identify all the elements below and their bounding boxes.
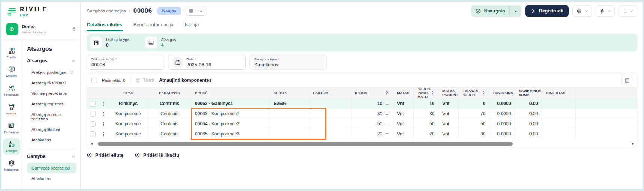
rail-item-atsargos[interactable]: Atsargos bbox=[3, 138, 20, 155]
sidebar-item-gamyba-ataskaitos[interactable]: Ataskaitos bbox=[27, 173, 76, 184]
row-select-cell bbox=[87, 99, 98, 108]
column-label: SERIJA bbox=[274, 91, 287, 95]
summary-value[interactable]: 4 bbox=[161, 42, 176, 48]
cell-value: 00063 - Komponentė1 bbox=[195, 111, 240, 116]
rail-item-personalas[interactable]: Personalas bbox=[3, 82, 20, 98]
table-row: ⋮KomponentėCentrinis00065 - Komponentė32… bbox=[87, 129, 637, 139]
cell-matas-pagrindinis: Vnt bbox=[439, 119, 459, 129]
field-dokumento-nr[interactable]: Dokumento Nr.*00006 bbox=[87, 55, 164, 70]
sidebar-item-label: Ataskaitos bbox=[31, 138, 51, 142]
sidebar-item-ataskaitos[interactable]: Ataskaitos bbox=[27, 135, 76, 145]
rail-item-nustatymai[interactable]: Nustatymai bbox=[3, 157, 20, 173]
cell-value: Vnt bbox=[442, 121, 449, 126]
color-status-dropdown[interactable]: - bbox=[186, 6, 207, 16]
lightning-icon bbox=[599, 8, 605, 14]
cell-tipas: Rinkinys bbox=[109, 99, 148, 108]
row-menu-button[interactable]: ⋮ bbox=[98, 109, 109, 119]
cell-value: 20 bbox=[377, 131, 382, 137]
user-name: Demo bbox=[22, 24, 46, 29]
sum-icon[interactable]: Σ bbox=[482, 90, 485, 96]
plus-circle-icon bbox=[135, 152, 140, 158]
cell-partija bbox=[309, 129, 351, 139]
sidebar-item-atsargu-tikslinimai[interactable]: Atsargų tikslinimai bbox=[27, 78, 76, 88]
register-button[interactable]: Registruoti bbox=[525, 5, 569, 17]
column-label: SAVIKAINA bbox=[493, 91, 513, 95]
section-header-atsargos[interactable]: Atsargos bbox=[27, 58, 76, 63]
column-label: MATAS PAGRINDINIS bbox=[442, 89, 459, 97]
sidebar-item-prekes-paslaugos[interactable]: Prekės, paslaugos bbox=[27, 67, 76, 78]
row-menu-button[interactable]: ⋮ bbox=[98, 99, 109, 108]
cell-tipas: Komponentė bbox=[109, 129, 148, 139]
row-menu-button[interactable]: ⋮ bbox=[98, 119, 109, 129]
field-value[interactable]: Surinkimas bbox=[254, 62, 280, 68]
row-filler-cell bbox=[576, 119, 637, 129]
sidebar-item-label: Ataskaitos bbox=[31, 176, 51, 181]
scrollbar-thumb[interactable] bbox=[98, 142, 513, 146]
sum-icon[interactable]: Σ bbox=[386, 90, 389, 96]
scroll-left-arrow[interactable]: ◄ bbox=[90, 142, 93, 146]
sum-icon[interactable]: Σ bbox=[431, 90, 434, 96]
cell-value: Vnt bbox=[397, 121, 404, 126]
cell-padalinys: Centrinis bbox=[148, 99, 191, 108]
select-all-checkbox[interactable] bbox=[91, 78, 97, 83]
table-row: ⋮RinkinysCentrinis00062 - Gaminys1S25061… bbox=[87, 98, 637, 108]
breadcrumb[interactable]: Gamybos operacijos bbox=[87, 9, 126, 13]
row-checkbox[interactable] bbox=[90, 121, 96, 127]
quantity-drag-icon[interactable] bbox=[385, 132, 389, 136]
summary-value[interactable]: 0 bbox=[106, 42, 129, 48]
quantity-drag-icon[interactable] bbox=[385, 122, 389, 126]
saved-button[interactable]: Išsaugota bbox=[471, 5, 509, 17]
column-label: OBJEKTAS bbox=[546, 91, 565, 95]
row-menu-button[interactable]: ⋮ bbox=[98, 129, 109, 139]
cell-padalinys: Centrinis bbox=[148, 129, 191, 139]
sidebar-item-atsargu-registras[interactable]: Atsargų registras bbox=[27, 99, 76, 109]
saved-dropdown-caret[interactable] bbox=[509, 5, 521, 17]
section-header-gamyba[interactable]: Gamyba bbox=[27, 154, 76, 159]
quick-actions-dropdown-button[interactable] bbox=[596, 5, 615, 17]
tab-bendra-informacija[interactable]: Bendra informacija bbox=[133, 20, 174, 31]
tab-bar: Detalios eilutėsBendra informacijaIstori… bbox=[87, 20, 637, 31]
field-value[interactable]: 2025-06-18 bbox=[186, 62, 211, 68]
cell-matas-pagrindinis: Vnt bbox=[439, 109, 459, 119]
prideti-eilute-button[interactable]: Pridėti eilutę bbox=[87, 152, 123, 158]
sidebar-item-atsargu-likuciai[interactable]: Atsargų likučiai bbox=[27, 124, 76, 135]
delete-button[interactable]: Trinti bbox=[135, 78, 154, 83]
calendar-icon bbox=[173, 57, 183, 67]
section-label: Atsargos bbox=[27, 58, 47, 63]
row-checkbox[interactable] bbox=[90, 111, 96, 117]
field-value[interactable]: 00006 bbox=[91, 62, 117, 68]
print-dropdown-button[interactable] bbox=[572, 5, 592, 17]
presentation-chart-icon bbox=[8, 66, 15, 73]
rail-item-pradzia[interactable]: Pradžia bbox=[3, 45, 20, 61]
tab-istorija[interactable]: Istorija bbox=[184, 20, 199, 31]
scrollbar-track[interactable] bbox=[96, 142, 628, 146]
summary-stat-didzioji-knyga: Didžioji knyga0 bbox=[90, 36, 129, 49]
gear-icon bbox=[8, 159, 15, 167]
cell-value: Komponentė bbox=[115, 111, 141, 116]
quantity-drag-icon[interactable] bbox=[385, 112, 389, 116]
rail-item-label: Personalas bbox=[4, 93, 19, 96]
sidebar-item-vidiniai-pervezimai[interactable]: Vidiniai pervežimai bbox=[27, 88, 76, 99]
brand-sub: ERP bbox=[20, 13, 48, 17]
field-data[interactable]: Data*2025-06-18 bbox=[168, 55, 246, 70]
row-checkbox[interactable] bbox=[90, 131, 96, 137]
more-dropdown-button[interactable] bbox=[619, 5, 637, 17]
update-components-button[interactable]: Atnaujinti komponentes bbox=[159, 78, 211, 83]
quantity-drag-icon[interactable] bbox=[385, 102, 389, 106]
printer-icon bbox=[576, 8, 582, 14]
tab-detalios-eilutes[interactable]: Detalios eilutės bbox=[87, 20, 123, 31]
cell-value: Vnt bbox=[397, 111, 404, 116]
rail-item-pardavimai[interactable]: Pardavimai bbox=[3, 120, 20, 136]
sidebar-item-gamybos-operacijos[interactable]: Gamybos operacijos bbox=[27, 163, 76, 173]
sidebar-item-atsargu-suminis-registras[interactable]: Atsargų suminis registras bbox=[27, 109, 76, 124]
account-switcher[interactable]: D Demo Aušra Juodienė bbox=[1, 21, 80, 40]
rail-item-apskaita[interactable]: Apskaita bbox=[3, 63, 20, 80]
prideti-is-likuciu-button[interactable]: Pridėti iš likučių bbox=[135, 152, 179, 158]
cell-partija bbox=[309, 99, 351, 108]
field-gamybos-tipas[interactable]: Gamybos tipas*Surinkimas bbox=[249, 55, 327, 70]
scroll-right-arrow[interactable]: ► bbox=[631, 142, 635, 146]
cell-kiekis-pagr-matu: 20 bbox=[414, 129, 439, 139]
row-checkbox[interactable] bbox=[90, 101, 96, 107]
rail-item-pirkimai[interactable]: Pirkimai bbox=[3, 101, 20, 117]
column-settings-button[interactable] bbox=[621, 75, 632, 86]
